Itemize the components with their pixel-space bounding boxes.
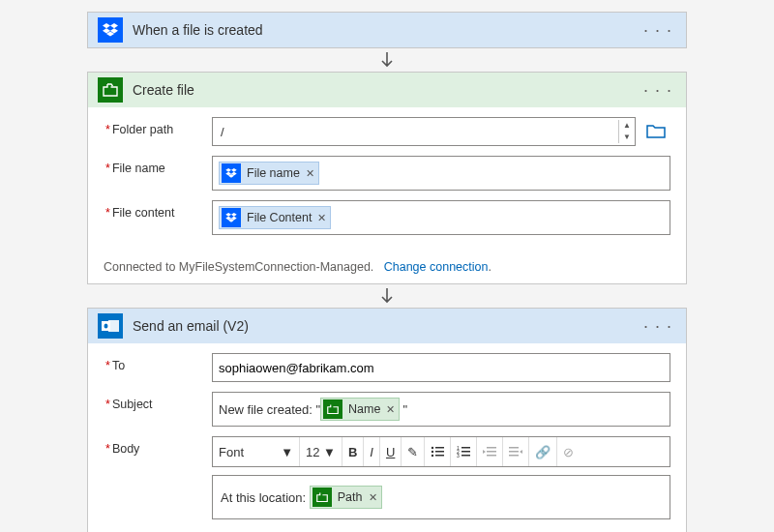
unlink-button[interactable]: ⊘ — [557, 437, 580, 466]
path-token[interactable]: Path ✕ — [310, 486, 382, 509]
svg-point-5 — [432, 451, 433, 453]
to-label: To — [105, 353, 212, 372]
rich-text-toolbar: Font▼ 12 ▼ B I U ✎ 123 🔗 ⊘ — [212, 436, 670, 467]
outlook-icon — [98, 313, 123, 339]
send-email-title: Send an email (V2) — [133, 318, 640, 334]
dropbox-icon — [222, 208, 241, 227]
remove-token-icon[interactable]: ✕ — [306, 167, 314, 180]
create-file-card: Create file · · · Folder path / ▲▼ File … — [87, 72, 687, 284]
remove-token-icon[interactable]: ✕ — [317, 212, 326, 224]
more-menu-icon[interactable]: · · · — [640, 316, 676, 337]
more-menu-icon[interactable]: · · · — [640, 80, 676, 101]
file-name-token[interactable]: File name ✕ — [219, 162, 319, 185]
svg-rect-10 — [461, 447, 470, 449]
trigger-title: When a file is created — [133, 22, 640, 38]
svg-text:3: 3 — [457, 453, 460, 458]
bullet-list-button[interactable] — [425, 437, 451, 466]
font-select[interactable]: Font▼ — [213, 437, 300, 466]
change-connection-link[interactable]: Change connection — [384, 260, 489, 274]
svg-rect-19 — [509, 451, 519, 453]
file-content-input[interactable]: File Content ✕ — [212, 200, 670, 235]
svg-point-2 — [104, 323, 108, 328]
file-name-label: File name — [105, 156, 212, 175]
svg-rect-6 — [435, 451, 444, 453]
file-name-input[interactable]: File name ✕ — [212, 156, 670, 191]
browse-folder-button[interactable] — [641, 117, 670, 146]
create-file-header[interactable]: Create file · · · — [88, 73, 686, 107]
connection-footer: Connected to MyFileSystemConnection-Mana… — [88, 251, 686, 283]
body-input[interactable]: At this location: Path ✕ — [212, 475, 670, 519]
body-label: Body — [105, 436, 212, 456]
to-field[interactable] — [219, 361, 664, 375]
size-select[interactable]: 12 ▼ — [300, 437, 342, 466]
subject-input[interactable]: New file created: " Name ✕ " — [212, 392, 670, 427]
indent-button[interactable] — [503, 437, 529, 466]
file-content-label: File content — [105, 200, 212, 220]
underline-button[interactable]: U — [380, 437, 402, 466]
create-file-title: Create file — [133, 82, 640, 98]
svg-rect-18 — [509, 447, 519, 449]
svg-rect-16 — [487, 451, 496, 453]
highlight-button[interactable]: ✎ — [402, 437, 425, 466]
svg-rect-12 — [461, 451, 470, 453]
arrow-down-icon — [378, 50, 396, 70]
arrow-down-icon — [378, 286, 396, 306]
italic-button[interactable]: I — [364, 437, 380, 466]
svg-rect-20 — [509, 455, 519, 457]
bold-button[interactable]: B — [342, 437, 364, 466]
number-list-button[interactable]: 123 — [451, 437, 477, 466]
svg-rect-14 — [461, 455, 470, 457]
svg-rect-15 — [487, 447, 496, 449]
filesystem-icon — [323, 399, 342, 419]
remove-token-icon[interactable]: ✕ — [386, 403, 395, 416]
file-content-token[interactable]: File Content ✕ — [219, 206, 331, 229]
subject-label: Subject — [105, 392, 212, 411]
folder-path-label: Folder path — [105, 117, 212, 136]
remove-token-icon[interactable]: ✕ — [369, 491, 377, 504]
outdent-button[interactable] — [477, 437, 503, 466]
trigger-card: When a file is created · · · — [87, 12, 687, 48]
dropbox-icon — [98, 17, 123, 43]
more-menu-icon[interactable]: · · · — [640, 20, 676, 41]
filesystem-icon — [98, 77, 123, 103]
svg-rect-8 — [435, 455, 444, 457]
svg-point-3 — [432, 447, 433, 449]
stepper[interactable]: ▲▼ — [618, 120, 635, 143]
dropbox-icon — [222, 163, 241, 183]
svg-rect-4 — [435, 447, 444, 449]
send-email-header[interactable]: Send an email (V2) · · · — [88, 309, 686, 343]
svg-point-7 — [432, 455, 433, 457]
name-token[interactable]: Name ✕ — [320, 398, 400, 421]
link-button[interactable]: 🔗 — [529, 437, 557, 466]
trigger-header[interactable]: When a file is created · · · — [88, 13, 686, 47]
filesystem-icon — [313, 488, 332, 507]
send-email-card: Send an email (V2) · · · To Subject New … — [87, 308, 687, 532]
folder-path-input[interactable]: / ▲▼ — [212, 117, 636, 146]
svg-rect-17 — [487, 455, 496, 457]
to-input[interactable] — [212, 353, 670, 382]
